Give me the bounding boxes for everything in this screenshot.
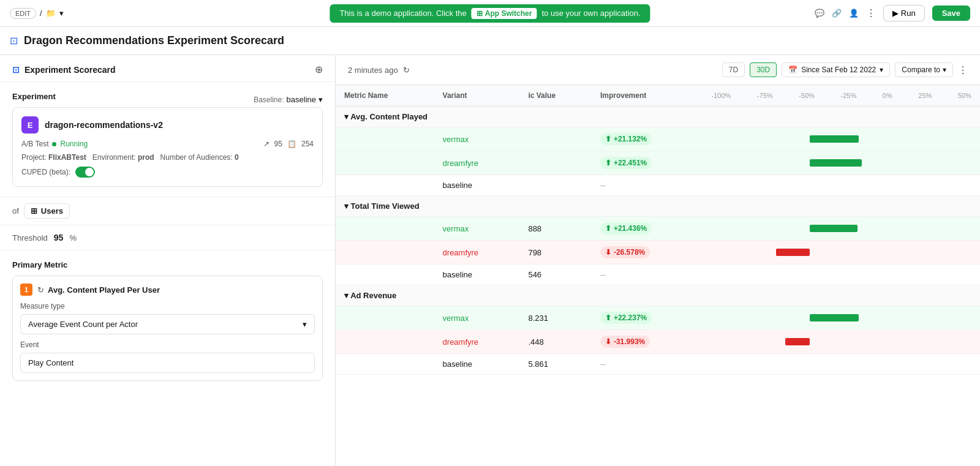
- monitor-icon: ⊞: [477, 9, 483, 18]
- improvement-cell: ⬆+21.132%: [592, 127, 703, 151]
- demo-banner-container: This is a demo application. Click the ⊞ …: [330, 4, 650, 23]
- chevron-down-icon: ▾: [59, 9, 64, 18]
- user-icon[interactable]: 👤: [849, 9, 859, 18]
- baseline-row: Experiment Baseline: baseline ▾: [12, 92, 323, 107]
- folder-icon: 📁: [46, 9, 56, 18]
- slash-divider: /: [40, 9, 42, 18]
- variant-label: dreamfyre: [443, 337, 479, 347]
- project-label: Project:: [21, 153, 47, 162]
- table-row: vermax ⬆+21.132%: [336, 127, 980, 151]
- metric-cell: [336, 151, 434, 175]
- value-cell: .448: [519, 330, 591, 354]
- compare-label: Compare to: [902, 66, 940, 74]
- table-row: baseline 5.861 --: [336, 354, 980, 375]
- more-menu-icon[interactable]: ⋮: [866, 7, 876, 19]
- table-more-icon[interactable]: ⋮: [958, 64, 968, 76]
- variant-label: baseline: [443, 270, 472, 279]
- value-cell: 546: [519, 265, 591, 285]
- env-label: Environment:: [92, 153, 136, 162]
- table-row: vermax 8.231 ⬆+22.237%: [336, 306, 980, 330]
- metric-cell: [336, 354, 434, 375]
- updated-text: 2 minutes ago: [348, 66, 398, 75]
- chevron-icon: ▾: [344, 201, 349, 211]
- results-table: Metric Name Variant ic Value Improvement…: [336, 85, 980, 375]
- audiences-label: Number of Audiences:: [160, 153, 233, 162]
- compare-button[interactable]: Compare to ▾: [895, 62, 953, 77]
- improvement-cell: ⬇-26.578%: [592, 241, 703, 265]
- table-group-row: ▾ Avg. Content Played: [336, 107, 980, 127]
- run-button[interactable]: ▶ Run: [883, 5, 924, 21]
- cuped-toggle[interactable]: [75, 167, 95, 178]
- event-input[interactable]: Play Content: [20, 353, 315, 373]
- users-label: Users: [41, 206, 63, 216]
- save-button[interactable]: Save: [932, 6, 970, 21]
- app-switcher-button[interactable]: ⊞ App Switcher: [472, 8, 537, 19]
- title-row: ⊡ Dragon Recommendations Experiment Scor…: [0, 27, 980, 55]
- compare-chevron-icon: ▾: [943, 66, 946, 74]
- date-selector[interactable]: 📅 Since Sat Feb 12 2022 ▾: [782, 62, 890, 77]
- calendar-icon: 📅: [788, 66, 797, 74]
- improvement-dash: --: [600, 359, 606, 369]
- variant-label: dreamfyre: [443, 159, 479, 168]
- col-improvement: Improvement: [592, 85, 703, 107]
- running-dot: [52, 142, 56, 146]
- measure-chevron-icon: ▾: [303, 320, 307, 329]
- chart-cell: [703, 354, 981, 375]
- col-chart: -100%-75%-50%-25%0%25%50%: [703, 85, 981, 107]
- experiment-section-title: Experiment: [12, 92, 56, 101]
- exp-details: Project: FlixABTest Environment: prod Nu…: [21, 153, 314, 162]
- chat-icon[interactable]: 💬: [815, 9, 824, 18]
- threshold-value: 95: [54, 233, 64, 242]
- measure-type-value: Average Event Count per Actor: [28, 320, 138, 329]
- variant-cell: vermax: [434, 217, 520, 241]
- grid-icon: ⊞: [31, 206, 37, 216]
- panel-icon: ⊡: [12, 65, 20, 75]
- col-value: ic Value: [519, 85, 591, 107]
- value-cell: 888: [519, 217, 591, 241]
- exp-stats: ↗ 95 📋 254: [263, 140, 314, 148]
- edit-button[interactable]: EDIT: [10, 8, 36, 19]
- primary-metric-section: Primary Metric 1 ↻ Avg. Content Played P…: [0, 250, 335, 399]
- threshold-row: Threshold 95 %: [0, 225, 335, 250]
- variant-label: baseline: [443, 359, 472, 369]
- metric-name: Avg. Content Played Per User: [48, 285, 160, 295]
- chart-cell: [703, 217, 981, 241]
- improvement-cell: ⬆+21.436%: [592, 217, 703, 241]
- panel-title: ⊡ Experiment Scorecard: [12, 65, 116, 75]
- refresh-icon[interactable]: ↻: [403, 66, 410, 75]
- improvement-badge: ⬆+21.132%: [600, 133, 652, 145]
- event-label: Event: [20, 340, 315, 349]
- demo-text-1: This is a demo application. Click the: [339, 9, 466, 18]
- table-row: dreamfyre .448 ⬇-31.993%: [336, 330, 980, 354]
- improvement-cell: ⬆+22.451%: [592, 151, 703, 175]
- left-panel: ⊡ Experiment Scorecard ⊕ Experiment Base…: [0, 55, 336, 466]
- variant-cell: dreamfyre: [434, 241, 520, 265]
- chart-cell: [703, 127, 981, 151]
- baseline-select[interactable]: baseline ▾: [287, 95, 323, 104]
- right-header-left: 2 minutes ago ↻: [348, 66, 410, 75]
- bar-green: [810, 135, 859, 143]
- users-badge: ⊞ Users: [24, 203, 70, 219]
- group-name: ▾ Avg. Content Played: [336, 107, 980, 127]
- ab-test-text: A/B Test: [21, 140, 48, 148]
- measure-type-select[interactable]: Average Event Count per Actor ▾: [20, 314, 315, 334]
- 7d-button[interactable]: 7D: [722, 62, 745, 77]
- exp-name: dragon-recommendations-v2: [45, 120, 163, 130]
- right-panel: 2 minutes ago ↻ 7D 30D 📅 Since Sat Feb 1…: [336, 55, 980, 466]
- metric-cell: [336, 127, 434, 151]
- value-cell: 8.231: [519, 306, 591, 330]
- table-row: dreamfyre 798 ⬇-26.578%: [336, 241, 980, 265]
- improvement-cell: --: [592, 354, 703, 375]
- link-icon[interactable]: 🔗: [832, 9, 842, 18]
- 30d-button[interactable]: 30D: [750, 62, 777, 77]
- app-switcher-label: App Switcher: [485, 9, 532, 18]
- table-row: baseline 546 --: [336, 265, 980, 285]
- experiment-card: E dragon-recommendations-v2 A/B Test Run…: [12, 107, 323, 187]
- ab-test-label: A/B Test Running: [21, 140, 88, 148]
- primary-metric-title: Primary Metric: [12, 260, 323, 269]
- demo-text-2: to use your own application.: [541, 9, 640, 18]
- measure-type-label: Measure type: [20, 302, 315, 310]
- panel-add-icon[interactable]: ⊕: [315, 64, 323, 75]
- of-label: of: [12, 206, 19, 216]
- table-group-row: ▾ Total Time Viewed: [336, 196, 980, 217]
